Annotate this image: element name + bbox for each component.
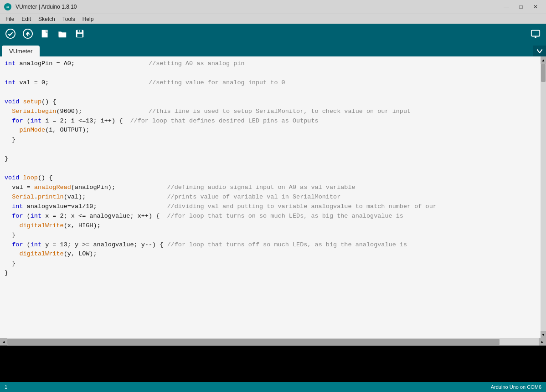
tab-bar: VUmeter <box>0 44 546 56</box>
open-button[interactable] <box>55 26 70 41</box>
scroll-thumb-vertical[interactable] <box>541 64 546 82</box>
scroll-track-horizontal[interactable] <box>7 338 539 346</box>
svg-text:∞: ∞ <box>6 5 9 9</box>
status-bar: 1 Arduino Uno on COM6 <box>0 382 546 392</box>
toolbar <box>0 24 546 44</box>
svg-point-12 <box>535 36 536 38</box>
scroll-down-arrow[interactable]: ▼ <box>541 331 546 338</box>
console-area <box>0 346 546 382</box>
arduino-logo-icon: ∞ <box>4 3 12 11</box>
board-status: Arduino Uno on COM6 <box>491 384 541 390</box>
serial-monitor-icon <box>531 29 541 39</box>
window-title: VUmeter | Arduino 1.8.10 <box>15 4 496 10</box>
scroll-track-vertical[interactable] <box>541 64 546 331</box>
verify-icon <box>5 29 15 39</box>
svg-rect-9 <box>77 34 82 37</box>
svg-rect-10 <box>79 31 80 32</box>
chevron-down-icon <box>537 49 542 53</box>
minimize-button[interactable]: — <box>500 2 513 11</box>
open-icon <box>57 29 67 39</box>
maximize-button[interactable]: □ <box>514 2 528 11</box>
serial-monitor-button[interactable] <box>528 26 543 41</box>
menu-file[interactable]: File <box>2 15 18 23</box>
scroll-thumb-horizontal[interactable] <box>7 339 500 345</box>
scroll-left-arrow[interactable]: ◄ <box>0 338 7 346</box>
close-button[interactable]: ✕ <box>529 2 542 11</box>
save-icon <box>75 29 85 39</box>
code-editor[interactable]: int analogPin = A0; //setting A0 as anal… <box>0 56 541 338</box>
svg-rect-11 <box>531 31 540 36</box>
horizontal-scrollbar[interactable]: ◄ ► <box>0 338 546 346</box>
tab-dropdown-button[interactable] <box>533 46 546 56</box>
menu-help[interactable]: Help <box>79 15 98 23</box>
verify-button[interactable] <box>3 26 18 41</box>
menu-sketch[interactable]: Sketch <box>35 15 59 23</box>
title-bar: ∞ VUmeter | Arduino 1.8.10 — □ ✕ <box>0 0 546 14</box>
scroll-up-arrow[interactable]: ▲ <box>541 56 546 64</box>
editor-container: int analogPin = A0; //setting A0 as anal… <box>0 56 546 338</box>
new-icon <box>40 29 50 39</box>
menu-tools[interactable]: Tools <box>59 15 79 23</box>
svg-point-2 <box>6 29 15 38</box>
window-controls: — □ ✕ <box>500 2 542 11</box>
menu-bar: File Edit Sketch Tools Help <box>0 14 546 24</box>
new-button[interactable] <box>37 26 53 41</box>
upload-button[interactable] <box>20 26 36 41</box>
tab-vumeter[interactable]: VUmeter <box>2 46 40 56</box>
vertical-scrollbar[interactable]: ▲ ▼ <box>541 56 546 338</box>
menu-edit[interactable]: Edit <box>18 15 35 23</box>
save-button[interactable] <box>72 26 88 41</box>
upload-icon <box>23 29 33 39</box>
line-number-status: 1 <box>5 384 491 390</box>
scroll-right-arrow[interactable]: ► <box>539 338 546 346</box>
